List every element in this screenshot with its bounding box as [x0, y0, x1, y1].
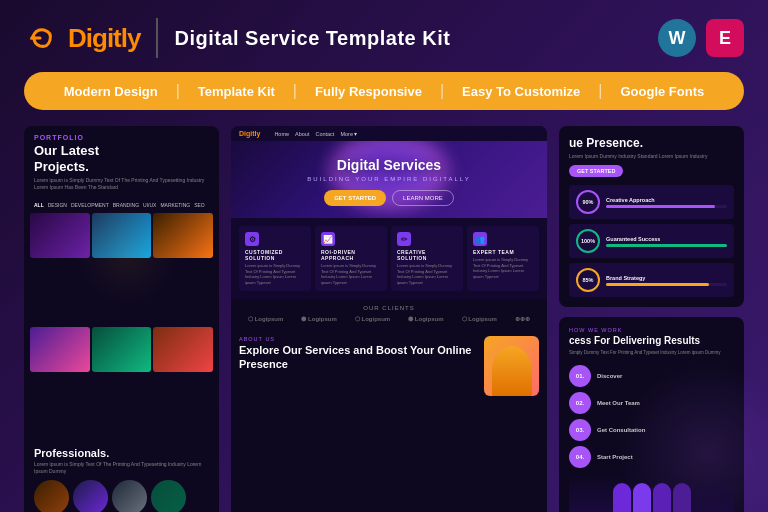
- feature-responsive: Fully Responsive: [297, 84, 440, 99]
- get-started-button[interactable]: GET STARTED: [324, 190, 386, 206]
- filter-seo[interactable]: SEO: [194, 202, 205, 208]
- service-desc-3: Lorem ipsum is Simply Dummy Text Of Prin…: [397, 263, 457, 285]
- steps-list: 01. Discover 02. Meet Our Team 03. Get C…: [569, 365, 734, 468]
- hero-title: Digital Services: [243, 157, 535, 173]
- nav-logo: Digitly: [239, 130, 260, 137]
- service-card-3: ✏ CREATIVE SOLUTION Lorem ipsum is Simpl…: [391, 226, 463, 291]
- logo-area: Digitly: [24, 20, 140, 56]
- portfolio-header: PORTFOLIO Our LatestProjects. Lorem ipsu…: [24, 126, 219, 197]
- portfolio-item-4: [30, 327, 90, 372]
- service-icon-1: ⚙: [245, 232, 259, 246]
- stat-item-1: 90% Creative Approach: [569, 185, 734, 219]
- filter-uiux[interactable]: UI/UX: [143, 202, 156, 208]
- stat-item-2: 100% Guaranteed Success: [569, 224, 734, 258]
- logo-icon: [24, 20, 60, 56]
- header: Digitly Digital Service Template Kit W E: [24, 18, 744, 58]
- preview-center-panel: Digitly Home About Contact More ▾ Digita…: [231, 126, 547, 512]
- presence-title: ue Presence.: [569, 136, 734, 150]
- portfolio-title: Our LatestProjects.: [34, 143, 209, 174]
- learn-more-button[interactable]: LEARN MORE: [392, 190, 454, 206]
- nav-about[interactable]: About: [295, 131, 309, 137]
- filter-design[interactable]: DESIGN: [48, 202, 67, 208]
- step-item-1: 01. Discover: [569, 365, 734, 387]
- clients-logos: ⬡ Logipsum ⬢ Logipsum ⬡ Logipsum ⬢ Logip…: [239, 315, 539, 322]
- client-logo-4: ⬢ Logipsum: [408, 315, 443, 322]
- hero-subtitle: BUILDING YOUR EMPIRE DIGITALLY: [243, 176, 535, 182]
- stat-bar-bg-3: [606, 283, 727, 286]
- header-icons: W E: [658, 19, 744, 57]
- portfolio-item-6: [153, 327, 213, 372]
- filter-marketing[interactable]: MARKETING: [160, 202, 190, 208]
- stat-circle-2: 100%: [576, 229, 600, 253]
- professionals-desc: Lorem ipsum is Simply Text Of The Printi…: [34, 461, 209, 475]
- about-person: [492, 346, 532, 396]
- elementor-icon[interactable]: E: [706, 19, 744, 57]
- filter-dev[interactable]: DEVELOPMENT: [71, 202, 109, 208]
- nav-home[interactable]: Home: [274, 131, 289, 137]
- service-icon-3: ✏: [397, 232, 411, 246]
- service-card-2: 📈 ROI-DRIVEN APPROACH Lorem ipsum is Sim…: [315, 226, 387, 291]
- filter-branding[interactable]: BRANDING: [113, 202, 139, 208]
- feature-google-fonts: Google Fonts: [602, 84, 722, 99]
- portfolio-desc: Lorem ipsum is Simply Dummy Text Of The …: [34, 177, 209, 191]
- service-card-1: ⚙ CUSTOMIZED SOLUTION Lorem ipsum is Sim…: [239, 226, 311, 291]
- about-section: ABOUT US Explore Our Services and Boost …: [231, 328, 547, 404]
- service-title-2: ROI-DRIVEN APPROACH: [321, 249, 381, 261]
- portfolio-item-3: [153, 213, 213, 258]
- client-logo-1: ⬡ Logipsum: [248, 315, 283, 322]
- stat-bar-fill-1: [606, 205, 715, 208]
- service-card-4: 👥 EXPERT TEAM Lorem ipsum is Simply Dumm…: [467, 226, 539, 291]
- header-divider: [156, 18, 158, 58]
- avatar-4: [151, 480, 186, 512]
- stat-bar-bg-2: [606, 244, 727, 247]
- client-logo-5: ⬡ Logipsum: [462, 315, 497, 322]
- preview-area: PORTFOLIO Our LatestProjects. Lorem ipsu…: [24, 126, 744, 512]
- service-desc-1: Lorem ipsum is Simply Dummy Text Of Prin…: [245, 263, 305, 285]
- main-card: Digitly Digital Service Template Kit W E…: [0, 0, 768, 512]
- step-item-2: 02. Meet Our Team: [569, 392, 734, 414]
- clients-section: OUR CLIENTS ⬡ Logipsum ⬢ Logipsum ⬡ Logi…: [231, 299, 547, 328]
- stat-info-1: Creative Approach: [606, 197, 727, 208]
- filter-all[interactable]: ALL: [34, 202, 44, 208]
- feature-easy-customize: Easy To Customize: [444, 84, 598, 99]
- preview-right-panel: ue Presence. Lorem Ipsum Dummy Industry …: [559, 126, 744, 512]
- preview-left-panel: PORTFOLIO Our LatestProjects. Lorem ipsu…: [24, 126, 219, 512]
- right-bottom-section: HOW WE WORK cess For Delivering Results …: [559, 317, 744, 512]
- step-label-4: Start Project: [597, 454, 633, 460]
- person-4: [673, 483, 691, 512]
- stats-list: 90% Creative Approach 100% Guaranteed Su…: [569, 185, 734, 297]
- step-people-image: [569, 473, 734, 512]
- clients-label: OUR CLIENTS: [239, 305, 539, 311]
- people-silhouette: [613, 483, 691, 512]
- stat-info-2: Guaranteed Success: [606, 236, 727, 247]
- about-text: ABOUT US Explore Our Services and Boost …: [239, 336, 476, 396]
- person-3: [653, 483, 671, 512]
- header-title: Digital Service Template Kit: [174, 27, 450, 50]
- step-item-4: 04. Start Project: [569, 446, 734, 468]
- portfolio-item-5: [92, 327, 152, 372]
- about-label: ABOUT US: [239, 336, 476, 342]
- center-navbar: Digitly Home About Contact More ▾: [231, 126, 547, 141]
- stat-info-3: Brand Strategy: [606, 275, 727, 286]
- wordpress-icon[interactable]: W: [658, 19, 696, 57]
- delivering-title: cess For Delivering Results: [569, 335, 734, 347]
- step-circle-3: 03.: [569, 419, 591, 441]
- service-title-1: CUSTOMIZED SOLUTION: [245, 249, 305, 261]
- hero-buttons: GET STARTED LEARN MORE: [243, 190, 535, 206]
- prof-avatars: [34, 480, 209, 512]
- cta-button[interactable]: GET STARTED: [569, 165, 623, 177]
- stat-bar-bg-1: [606, 205, 727, 208]
- client-logo-2: ⬢ Logipsum: [301, 315, 336, 322]
- nav-more[interactable]: More ▾: [340, 131, 357, 137]
- client-logo-6: ⊕⊕⊕: [515, 315, 530, 322]
- step-label-2: Meet Our Team: [597, 400, 640, 406]
- stat-name-1: Creative Approach: [606, 197, 727, 203]
- hero-section: Digital Services BUILDING YOUR EMPIRE DI…: [231, 141, 547, 218]
- person-2: [633, 483, 651, 512]
- portfolio-label: PORTFOLIO: [34, 134, 209, 141]
- right-top-section: ue Presence. Lorem Ipsum Dummy Industry …: [559, 126, 744, 307]
- avatar-2: [73, 480, 108, 512]
- stat-circle-1: 90%: [576, 190, 600, 214]
- nav-contact[interactable]: Contact: [315, 131, 334, 137]
- service-title-3: CREATIVE SOLUTION: [397, 249, 457, 261]
